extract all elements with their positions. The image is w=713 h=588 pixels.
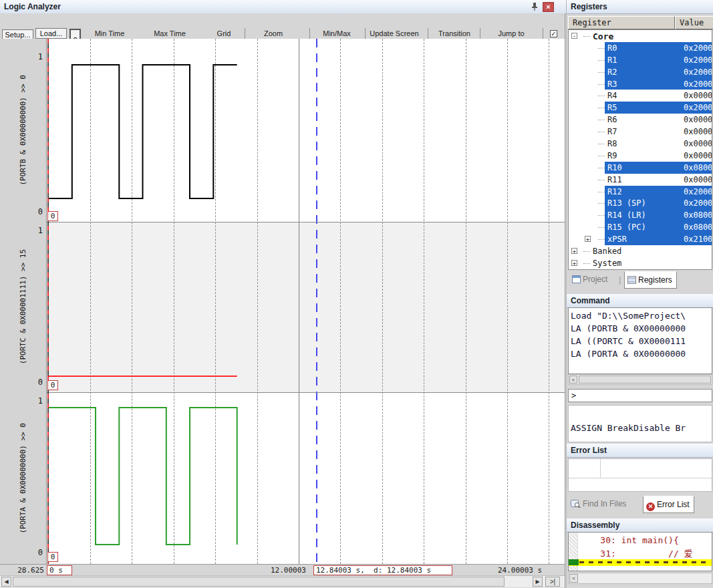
tree-expander-icon[interactable]: + xyxy=(585,236,591,242)
register-row[interactable]: R10x20000 xyxy=(569,54,712,66)
level-low-label: 0 xyxy=(38,207,43,216)
tab-error-list[interactable]: ✕Error List xyxy=(643,496,694,513)
register-value: 0x20000 xyxy=(684,55,712,65)
tree-guide xyxy=(598,203,605,204)
register-name: R12 xyxy=(607,187,622,196)
tree-expander-icon[interactable]: + xyxy=(571,248,577,254)
register-name: R0 xyxy=(607,43,617,53)
disassembly-scrollbar[interactable]: < xyxy=(568,573,712,584)
band-separator xyxy=(47,392,565,393)
tree-guide xyxy=(598,120,605,120)
register-row[interactable]: R20x20000 xyxy=(569,66,712,78)
scroll-left-icon[interactable]: < xyxy=(569,574,578,583)
signal-label-band-2: (PORTC & 0X00001111) >> 15 1 0 xyxy=(0,222,46,392)
register-row[interactable]: R13 (SP)0x20000 xyxy=(569,197,712,209)
tree-guide xyxy=(598,72,605,73)
error-list-grid[interactable] xyxy=(568,458,712,492)
register-name: R6 xyxy=(607,115,617,124)
tab-find-in-files[interactable]: Find In Files xyxy=(568,496,630,512)
register-row[interactable]: R90x00000 xyxy=(569,150,712,162)
signal-3-name: (PORTA & 0X00000000) >> 0 xyxy=(19,423,27,534)
project-registers-tabbar: Project | Registers xyxy=(568,270,712,290)
waveform-signal-1 xyxy=(47,39,565,222)
register-row[interactable]: R00x20000 xyxy=(569,42,712,54)
logic-analyzer-titlebar: Logic Analyzer xyxy=(0,0,569,14)
application-window: Logic Analyzer × Setup... Load... Save..… xyxy=(0,0,713,588)
disassembly-panel-header: Disassembly xyxy=(567,519,713,533)
register-value: 0x08000 xyxy=(684,210,712,220)
value-column-header[interactable]: Value xyxy=(675,16,713,29)
waveform-plot-area[interactable]: 0 0 0 xyxy=(47,39,565,564)
register-row[interactable]: R80x00000 xyxy=(569,138,712,150)
command-line: Load "D:\\SomeProject\ xyxy=(571,309,712,322)
register-row[interactable]: R50x20000 xyxy=(569,102,712,114)
la-horizontal-scrollbar[interactable]: ◀ ▶ >| xyxy=(0,575,565,587)
scroll-left-icon[interactable]: < xyxy=(569,376,577,384)
time-ruler: 28.625 0 s 12.00003 12.84003 s, d: 12.84… xyxy=(0,564,565,575)
register-value: 0x20000 xyxy=(684,43,712,53)
register-value: 0x08000 xyxy=(684,163,712,172)
tree-expander-icon[interactable]: - xyxy=(571,33,577,39)
tab-divider: | xyxy=(619,275,621,285)
jump-to-group-label: Jump to xyxy=(484,29,539,39)
register-tree[interactable]: -CoreR00x20000R10x20000R20x20000R30x2000… xyxy=(568,29,712,270)
level-high-label: 1 xyxy=(38,52,43,61)
tree-guide xyxy=(598,227,605,228)
register-row[interactable]: R70x00000 xyxy=(569,126,712,138)
tab-project[interactable]: Project xyxy=(569,271,611,287)
command-input[interactable]: > xyxy=(568,389,712,402)
disassembly-view[interactable]: 30: int main(){ 31: // 爱 xyxy=(568,532,712,571)
scroll-left-icon[interactable]: ◀ xyxy=(1,577,11,587)
la-scrollbar-thumb[interactable] xyxy=(13,577,505,587)
command-scrollbar-thumb[interactable] xyxy=(579,376,711,384)
tree-guide xyxy=(598,215,605,216)
register-row[interactable]: R60x00000 xyxy=(569,114,712,126)
register-row[interactable]: +System xyxy=(569,257,712,269)
tree-guide xyxy=(598,96,605,96)
register-value: 0x20000 xyxy=(684,198,712,208)
signal-1-name: (PORTB & 0X00000000) >> 0 xyxy=(19,75,27,186)
tab-registers[interactable]: Registers xyxy=(624,271,677,289)
time-cursor-line[interactable] xyxy=(316,39,317,564)
signal-info-checkbox[interactable]: ✓ xyxy=(550,30,557,37)
register-name: R1 xyxy=(607,55,617,65)
register-column-header[interactable]: Register xyxy=(568,16,675,29)
register-value: 0x00000 xyxy=(684,175,712,184)
register-row[interactable]: R120x20000 xyxy=(569,186,712,198)
register-value: 0x20000 xyxy=(684,80,712,89)
register-row[interactable]: -Core xyxy=(569,30,712,42)
tree-guide xyxy=(598,156,605,156)
command-output[interactable]: Load "D:\\SomeProject\LA (PORTB & 0X0000… xyxy=(568,307,712,374)
assign-line: ASSIGN BreakDisable Br xyxy=(571,422,686,434)
register-name: R2 xyxy=(607,67,617,77)
register-row[interactable]: R30x20000 xyxy=(569,78,712,90)
time-zero-line xyxy=(47,39,49,564)
register-value: 0x00000 xyxy=(684,151,712,160)
registers-panel-header: Registers xyxy=(567,0,713,14)
command-scrollbar[interactable]: < xyxy=(568,374,712,385)
register-row[interactable]: R15 (PC)0x08000 xyxy=(569,221,712,233)
waveform-signal-3 xyxy=(47,392,565,564)
load-button[interactable]: Load... xyxy=(35,28,67,39)
disassembly-line: 30: int main(){ xyxy=(579,535,679,545)
close-icon[interactable]: × xyxy=(543,2,554,12)
register-row[interactable]: R14 (LR)0x08000 xyxy=(569,209,712,221)
command-line: LA (PORTA & 0X00000000 xyxy=(571,347,712,360)
pin-icon[interactable] xyxy=(531,2,539,13)
waveform-signal-2 xyxy=(47,222,565,392)
zoom-group-label: Zoom xyxy=(247,29,300,39)
signal-2-cursor-value: 0 xyxy=(47,380,58,390)
current-instruction-text-dashes xyxy=(579,561,710,563)
next-pane-button[interactable]: >| xyxy=(545,577,560,587)
register-name: R5 xyxy=(607,103,617,112)
register-row[interactable]: R100x08000 xyxy=(569,162,712,174)
left-scale-value: 28.625 xyxy=(0,566,44,575)
register-name: R4 xyxy=(607,91,617,100)
scroll-right-icon[interactable]: ▶ xyxy=(533,577,543,587)
register-row[interactable]: R40x00000 xyxy=(569,90,712,102)
register-row[interactable]: +Banked xyxy=(569,245,712,257)
register-row[interactable]: R110x00000 xyxy=(569,174,712,186)
register-row[interactable]: +xPSR0x21000 xyxy=(569,233,712,245)
current-instruction-line xyxy=(569,559,712,566)
tree-expander-icon[interactable]: + xyxy=(571,260,577,266)
